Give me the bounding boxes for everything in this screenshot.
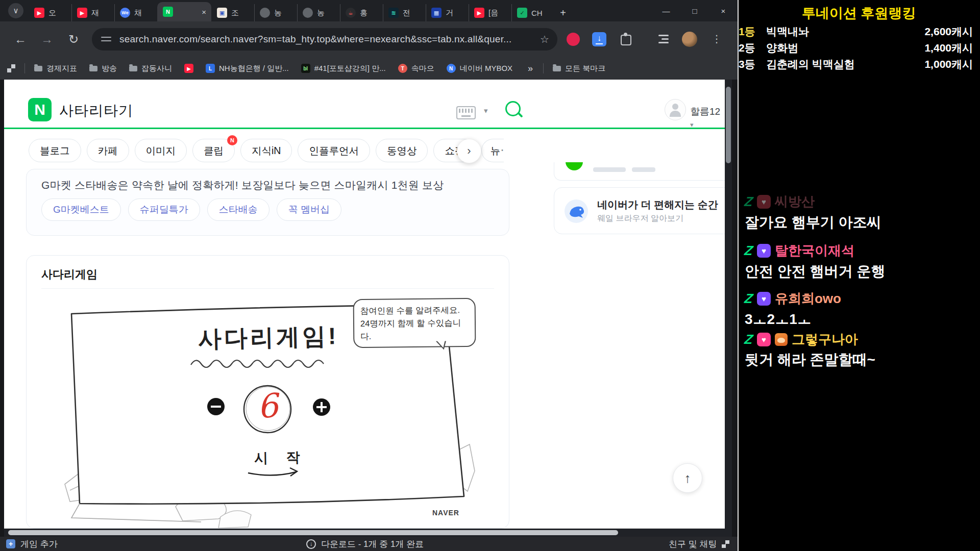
address-bar[interactable]: search.naver.com/search.naver?sm=tab_hty…: [92, 28, 557, 51]
friends-chat-button[interactable]: 친구 및 채팅: [669, 537, 729, 551]
minimize-button[interactable]: —: [652, 0, 680, 21]
new-tab-button[interactable]: +: [554, 4, 572, 21]
close-button[interactable]: ×: [709, 0, 738, 21]
bookmark-item[interactable]: N네이버 MYBOX: [447, 64, 512, 73]
rank-amount: 2,600캐시: [924, 24, 973, 39]
teacup-favicon: ☕: [346, 8, 356, 18]
tab-search-button[interactable]: ∨: [8, 3, 23, 18]
apps-grid-icon[interactable]: [7, 64, 15, 72]
whale-promo-card[interactable]: 네이버가 더 편해지는 순간 웨일 브라우저 알아보기: [554, 187, 725, 234]
bookmark-star-icon[interactable]: ☆: [540, 33, 549, 45]
bookmark-item[interactable]: 경제지표: [34, 64, 77, 73]
search-icon[interactable]: [505, 101, 521, 116]
horizontal-scrollbar[interactable]: [4, 529, 732, 537]
serp-tabs-scroll-button[interactable]: ›: [457, 139, 481, 163]
start-button[interactable]: 시 작: [254, 448, 307, 467]
profile-avatar[interactable]: [682, 32, 697, 47]
bookmark-item[interactable]: 방송: [89, 64, 117, 73]
site-settings-icon[interactable]: [101, 36, 111, 43]
bookmark-item[interactable]: bl#41[포토샵강의] 만...: [301, 64, 386, 73]
bookmark-item[interactable]: LNH농협은행 / 일반...: [206, 64, 289, 73]
download-status[interactable]: ↓ 다운로드 - 1개 중 1개 완료: [306, 537, 424, 551]
quick-link[interactable]: 슈퍼딜특가: [128, 198, 200, 221]
game-add-button[interactable]: + 게임 추가: [6, 537, 58, 551]
serp-tabs-more-icon[interactable]: ⋯: [492, 143, 505, 157]
reload-button[interactable]: ↻: [63, 21, 84, 57]
bookmark-label: 속마으: [411, 64, 434, 73]
plus-button[interactable]: [313, 398, 330, 416]
divider: [543, 63, 544, 73]
kebab-menu-icon[interactable]: ⋮: [712, 33, 722, 45]
extensions-puzzle-icon[interactable]: [621, 35, 631, 45]
serp-tab-blog[interactable]: 블로그: [29, 139, 81, 162]
rank-amount: 1,000캐시: [924, 57, 973, 71]
chat-username-row: Z ♥ 유희희owo: [745, 290, 841, 308]
serp-tab-video[interactable]: 동영상: [376, 139, 428, 162]
minus-button[interactable]: [207, 398, 225, 415]
recording-extension-icon[interactable]: [567, 33, 580, 46]
bookmark-label: 경제지표: [46, 64, 77, 73]
quick-link[interactable]: 스타배송: [207, 198, 270, 221]
bookmark-item[interactable]: ▶: [184, 64, 193, 73]
new-badge: N: [227, 135, 237, 145]
tab-close-icon[interactable]: ×: [202, 8, 206, 16]
browser-tab[interactable]: We 채: [114, 4, 157, 21]
result-headline[interactable]: G마켓 스타배송은 약속한 날에 정확하게! 보장일보다 늦으면 스마일캐시 1…: [41, 178, 444, 192]
bookmark-item[interactable]: T속마으: [398, 64, 434, 73]
serp-tab-kin[interactable]: 지식iN: [240, 139, 292, 162]
game-add-icon: +: [6, 539, 15, 548]
ranking-row: 1등 빅맥내놔 2,600캐시: [738, 24, 980, 40]
tab-title: 채: [134, 8, 142, 18]
serp-tab-image[interactable]: 이미지: [135, 139, 187, 162]
rank-number: 2등: [739, 41, 761, 55]
ladder-game-hand-title: 사다리게임!: [198, 320, 339, 355]
naver-brand-mark: NAVER: [432, 509, 459, 517]
user-avatar[interactable]: [665, 99, 686, 120]
browser-tab[interactable]: ▣ 조: [211, 4, 254, 21]
serp-tab-clip[interactable]: 클립N: [192, 139, 235, 162]
chat-username-row: Z ♥ 씨방산: [745, 193, 815, 211]
serp-tab-cafe[interactable]: 카페: [87, 139, 129, 162]
serp-tab-influencer[interactable]: 인플루언서: [298, 139, 370, 162]
browser-tab[interactable]: ≋ 전: [383, 4, 426, 21]
scrollbar-thumb[interactable]: [726, 87, 731, 163]
scrollbar-thumb[interactable]: [8, 530, 618, 535]
download-icon[interactable]: ↓: [592, 32, 606, 46]
browser-tab-active[interactable]: N ×: [157, 2, 211, 21]
browser-tab[interactable]: ☕ 홍: [340, 4, 383, 21]
youtube-icon: ▶: [184, 64, 193, 73]
bookmarks-overflow-icon[interactable]: »: [528, 63, 533, 74]
url-text[interactable]: search.naver.com/search.naver?sm=tab_hty…: [119, 34, 532, 45]
bookmark-item[interactable]: 잡동사니: [129, 64, 172, 73]
search-query-input[interactable]: 사타리타기: [59, 101, 133, 120]
list-filter-icon[interactable]: [658, 35, 669, 44]
emote-badge-icon: [775, 333, 788, 346]
quick-link[interactable]: G마켓베스트: [41, 198, 121, 221]
whale-card-subtitle[interactable]: 웨일 브라우저 알아보기: [597, 213, 683, 224]
naver-logo[interactable]: N: [28, 98, 52, 121]
quick-link[interactable]: 꼭 멤버십: [277, 198, 341, 221]
subscription-badge-icon: ♥: [757, 244, 771, 258]
browser-tab[interactable]: ▶ 재: [71, 4, 114, 21]
heart-icon: ♥: [762, 335, 766, 344]
vertical-scrollbar[interactable]: [725, 80, 732, 529]
all-bookmarks-item[interactable]: 모든 북마크: [553, 64, 605, 73]
browser-tab[interactable]: ✓ CH: [511, 4, 554, 21]
back-button[interactable]: ←: [10, 21, 31, 57]
chat-message: 3ㅗ2ㅗ1ㅗ: [745, 310, 812, 329]
mybox-icon: N: [447, 64, 456, 73]
keyboard-icon[interactable]: [456, 106, 476, 119]
bookmark-label: 잡동사니: [141, 64, 172, 73]
blog-icon: bl: [301, 64, 310, 73]
browser-tab[interactable]: ▶ 오: [29, 4, 71, 21]
scroll-to-top-button[interactable]: ↑: [673, 463, 702, 493]
browser-tab[interactable]: 농: [297, 4, 340, 21]
maximize-button[interactable]: □: [680, 0, 709, 21]
caret-down-icon[interactable]: ▾: [484, 106, 488, 115]
user-name[interactable]: 할름12 ▾: [690, 105, 725, 130]
browser-tab[interactable]: 농: [254, 4, 297, 21]
browser-tab[interactable]: ▶ [음: [469, 4, 511, 21]
browser-tab[interactable]: ▦ 거: [426, 4, 469, 21]
bookmarks-bar: 경제지표 방송 잡동사니 ▶ LNH농협은행 / 일반... bl#41[포토샵…: [0, 57, 738, 80]
forward-button[interactable]: →: [37, 21, 57, 57]
